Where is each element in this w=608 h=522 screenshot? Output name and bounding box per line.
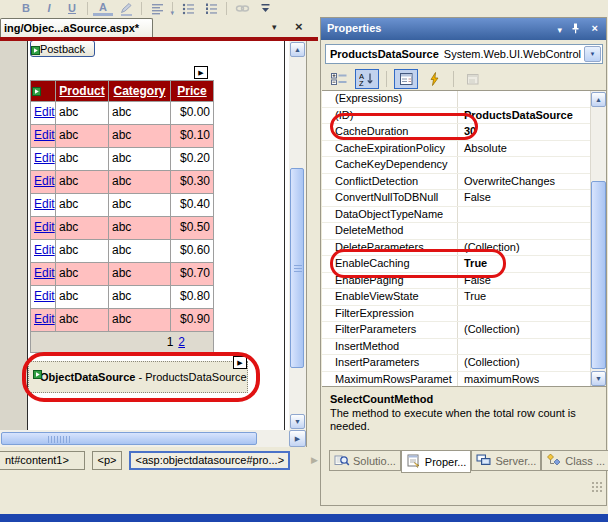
property-row-filterparameters[interactable]: FilterParameters(Collection) — [322, 322, 590, 339]
edit-link-text[interactable]: Edit — [34, 128, 55, 142]
edit-link[interactable]: Edit — [31, 194, 56, 217]
document-tab[interactable]: ing/Objec...aSource.aspx* — [0, 18, 153, 38]
combo-dropdown-icon[interactable]: ▼ — [584, 46, 601, 62]
column-header-category[interactable]: Category — [109, 81, 171, 102]
property-value[interactable]: Absolute — [458, 141, 590, 157]
tab-close-icon[interactable]: × — [295, 19, 303, 34]
edit-link[interactable]: Edit — [31, 263, 56, 286]
edit-link[interactable]: Edit — [31, 125, 56, 148]
tab-class-view[interactable]: Class ... — [541, 450, 608, 471]
scrollbar-thumb[interactable] — [290, 168, 304, 368]
align-icon[interactable]: ▾ — [147, 2, 167, 16]
property-row-cacheduration[interactable]: CacheDuration30 — [322, 124, 590, 141]
property-row-insertparameters[interactable]: InsertParameters(Collection) — [322, 355, 590, 372]
property-value[interactable] — [458, 306, 590, 322]
events-icon[interactable] — [422, 69, 446, 89]
italic-icon[interactable]: I — [39, 2, 59, 16]
edit-link-text[interactable]: Edit — [34, 174, 55, 188]
property-value[interactable]: True — [458, 289, 590, 305]
tag-nav-item[interactable]: nt#content1> — [0, 451, 85, 470]
property-value[interactable]: ProductsDataSource — [458, 108, 590, 124]
scroll-right-icon[interactable]: ▶ — [289, 430, 306, 447]
edit-link[interactable]: Edit — [31, 171, 56, 194]
property-value[interactable] — [458, 157, 590, 173]
edit-link-text[interactable]: Edit — [34, 312, 55, 326]
tag-nav-item[interactable]: <asp:objectdatasource#pro...> — [129, 451, 290, 470]
property-row-expressions[interactable]: (Expressions) — [322, 91, 590, 108]
edit-link-text[interactable]: Edit — [34, 243, 55, 257]
properties-view-icon[interactable] — [394, 69, 418, 89]
property-row-cachekeydependency[interactable]: CacheKeyDependency — [322, 157, 590, 174]
property-value[interactable] — [458, 223, 590, 239]
close-icon[interactable]: × — [592, 21, 598, 36]
edit-link-text[interactable]: Edit — [34, 151, 55, 165]
objectdatasource-control[interactable]: ObjectDataSource - ProductsDataSource — [28, 361, 248, 393]
pager-page-2-link[interactable]: 2 — [178, 335, 185, 349]
pin-icon[interactable] — [570, 23, 581, 38]
property-value[interactable]: (Collection) — [458, 240, 590, 256]
edit-link[interactable]: Edit — [31, 148, 56, 171]
property-row-filterexpression[interactable]: FilterExpression — [322, 306, 590, 323]
scroll-down-icon[interactable]: ▼ — [591, 371, 606, 386]
property-value[interactable]: (Collection) — [458, 355, 590, 371]
property-row-enableviewstate[interactable]: EnableViewStateTrue — [322, 289, 590, 306]
scrollbar-thumb[interactable] — [591, 181, 606, 369]
column-header-product[interactable]: Product — [56, 81, 109, 102]
bold-icon[interactable]: B — [16, 2, 36, 16]
edit-link-text[interactable]: Edit — [34, 289, 55, 303]
edit-link[interactable]: Edit — [31, 286, 56, 309]
property-value[interactable]: 30 — [458, 124, 590, 140]
property-value[interactable]: OverwriteChanges — [458, 174, 590, 190]
window-menu-icon[interactable]: ▾ — [557, 23, 562, 38]
tab-solution-explorer[interactable]: Solutio... — [329, 450, 401, 471]
propertygrid-scrollbar[interactable]: ▲ ▼ — [590, 91, 606, 386]
categorized-icon[interactable] — [327, 69, 351, 89]
object-selector-combo[interactable]: ProductsDataSourceSystem.Web.UI.WebContr… — [325, 44, 603, 64]
property-row-dataobjecttypename[interactable]: DataObjectTypeName — [322, 207, 590, 224]
tag-nav-item[interactable]: <p> — [92, 451, 123, 470]
scrollbar-thumb[interactable] — [1, 432, 257, 445]
property-row-enablecaching[interactable]: EnableCachingTrue — [322, 256, 590, 273]
property-row-id[interactable]: (ID)ProductsDataSource — [322, 108, 590, 125]
edit-link[interactable]: Edit — [31, 217, 56, 240]
gridview-smart-tag-button[interactable]: ▶ — [194, 66, 208, 79]
property-value[interactable]: (Collection) — [458, 322, 590, 338]
edit-link-text[interactable]: Edit — [34, 266, 55, 280]
property-value[interactable]: False — [458, 273, 590, 289]
property-pages-icon[interactable] — [461, 69, 485, 89]
datasource-smart-tag-button[interactable]: ▶ — [233, 356, 247, 369]
property-value[interactable] — [458, 91, 590, 107]
property-row-convertnulltodbnull[interactable]: ConvertNullToDBNullFalse — [322, 190, 590, 207]
scroll-up-icon[interactable]: ▲ — [591, 92, 606, 107]
property-row-conflictdetection[interactable]: ConflictDetectionOverwriteChanges — [322, 174, 590, 191]
highlight-icon[interactable] — [116, 2, 136, 16]
scroll-down-icon[interactable]: ▼ — [290, 414, 305, 429]
edit-link-text[interactable]: Edit — [34, 197, 55, 211]
numbered-list-icon[interactable] — [201, 2, 221, 16]
property-value[interactable]: True — [458, 256, 590, 272]
scroll-up-icon[interactable]: ▲ — [290, 42, 305, 57]
document-horizontal-scrollbar[interactable] — [0, 430, 289, 447]
resize-grip[interactable] — [591, 481, 603, 493]
property-row-cacheexpirationpolicy[interactable]: CacheExpirationPolicyAbsolute — [322, 141, 590, 158]
property-value[interactable]: False — [458, 190, 590, 206]
tab-list-dropdown-icon[interactable]: ▾ — [272, 22, 277, 32]
tab-server-explorer[interactable]: Server... — [471, 450, 541, 471]
underline-icon[interactable]: U — [62, 2, 82, 16]
property-row-enablepaging[interactable]: EnablePagingFalse — [322, 273, 590, 290]
property-value[interactable] — [458, 207, 590, 223]
column-header-price[interactable]: Price — [171, 81, 214, 102]
edit-link[interactable]: Edit — [31, 240, 56, 263]
bullet-list-icon[interactable] — [178, 2, 198, 16]
property-row-maximumrowsparamet[interactable]: MaximumRowsParametmaximumRows — [322, 372, 590, 387]
edit-link[interactable]: Edit — [31, 102, 56, 125]
property-value[interactable]: maximumRows — [458, 372, 590, 387]
edit-link[interactable]: Edit — [31, 309, 56, 332]
property-row-deleteparameters[interactable]: DeleteParameters(Collection) — [322, 240, 590, 257]
property-row-deletemethod[interactable]: DeleteMethod — [322, 223, 590, 240]
property-row-insertmethod[interactable]: InsertMethod — [322, 339, 590, 356]
hyperlink-icon[interactable] — [232, 2, 252, 16]
property-value[interactable] — [458, 339, 590, 355]
edit-link-text[interactable]: Edit — [34, 105, 55, 119]
edit-link-text[interactable]: Edit — [34, 220, 55, 234]
